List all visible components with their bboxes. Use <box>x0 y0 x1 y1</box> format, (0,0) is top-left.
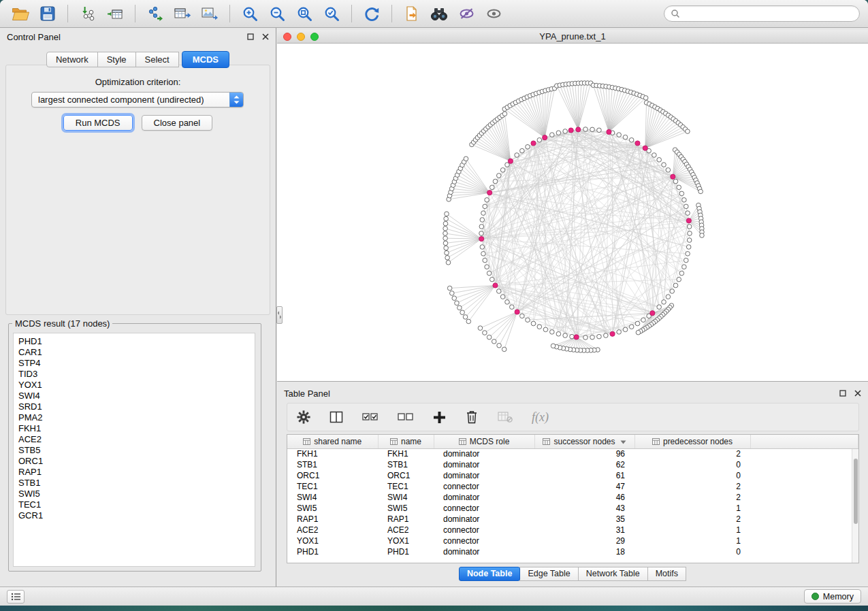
mcds-result-list[interactable]: PHD1CAR1STP4TID3YOX1SWI4SRD1PMA2FKH1ACE2… <box>13 333 255 567</box>
satellite-node[interactable] <box>502 347 507 352</box>
mcds-result-item[interactable]: GCR1 <box>18 510 250 521</box>
search-input[interactable] <box>684 9 853 19</box>
ring-node[interactable] <box>480 218 485 222</box>
ring-node[interactable] <box>496 174 501 178</box>
satellite-node[interactable] <box>463 315 468 320</box>
mcds-hub-node[interactable] <box>543 135 547 140</box>
mcds-hub-node[interactable] <box>531 141 536 146</box>
search-network-button[interactable] <box>427 3 451 24</box>
satellite-node[interactable] <box>700 233 705 238</box>
ring-node[interactable] <box>684 204 688 209</box>
ring-node[interactable] <box>617 133 622 137</box>
ring-node[interactable] <box>686 252 690 257</box>
satellite-node[interactable] <box>478 326 483 331</box>
ring-node[interactable] <box>679 191 684 196</box>
ring-node[interactable] <box>537 325 542 329</box>
zoom-fit-button[interactable] <box>292 3 317 24</box>
close-panel-icon[interactable] <box>262 33 269 40</box>
satellite-node[interactable] <box>698 189 703 194</box>
mcds-result-item[interactable]: SWI5 <box>18 489 250 499</box>
mcds-hub-node[interactable] <box>493 283 498 288</box>
satellite-node[interactable] <box>443 241 448 246</box>
ring-node[interactable] <box>682 265 687 269</box>
mcds-result-item[interactable]: YOX1 <box>18 380 250 391</box>
satellite-node[interactable] <box>643 96 648 101</box>
ring-node[interactable] <box>629 137 634 142</box>
close-panel-button[interactable]: Close panel <box>142 115 213 131</box>
ring-node[interactable] <box>623 327 628 332</box>
ring-node[interactable] <box>556 131 561 135</box>
ring-node[interactable] <box>493 179 498 184</box>
mcds-hub-node[interactable] <box>568 128 573 133</box>
ring-node[interactable] <box>537 137 542 142</box>
table-settings-button[interactable] <box>297 410 310 424</box>
satellite-node[interactable] <box>497 343 502 348</box>
delete-rows-button[interactable] <box>465 410 479 425</box>
ring-node[interactable] <box>682 198 687 203</box>
run-mcds-button[interactable]: Run MCDS <box>63 115 133 131</box>
mcds-result-item[interactable]: RAP1 <box>18 467 250 478</box>
save-session-button[interactable] <box>35 3 60 24</box>
satellite-node[interactable] <box>452 296 457 301</box>
ring-node[interactable] <box>662 163 666 167</box>
select-all-rows-button[interactable] <box>362 411 379 423</box>
mcds-result-item[interactable]: PMA2 <box>18 412 250 423</box>
satellite-node[interactable] <box>446 261 451 265</box>
ring-node[interactable] <box>520 148 525 153</box>
ring-node[interactable] <box>489 185 494 190</box>
mcds-result-item[interactable]: STB1 <box>18 478 250 489</box>
import-network-button[interactable] <box>76 3 100 24</box>
mcds-hub-node[interactable] <box>487 191 492 195</box>
table-row[interactable]: STB1STB1dominator620 <box>287 459 858 470</box>
ring-node[interactable] <box>479 225 484 229</box>
status-menu-button[interactable] <box>7 590 25 604</box>
export-image-button[interactable] <box>197 3 222 24</box>
satellite-node[interactable] <box>460 310 465 315</box>
tab-network-table[interactable]: Network Table <box>578 567 648 581</box>
ring-node[interactable] <box>617 330 622 335</box>
table-row[interactable]: TEC1TEC1connector472 <box>287 481 858 492</box>
ring-node[interactable] <box>635 321 640 326</box>
hide-details-button[interactable] <box>454 3 479 24</box>
column-header-predecessor-nodes[interactable]: predecessor nodes <box>634 435 750 448</box>
birds-eye-view-button[interactable] <box>481 3 506 24</box>
export-table-button[interactable] <box>170 3 195 24</box>
satellite-node[interactable] <box>466 319 471 324</box>
column-header-successor-nodes[interactable]: successor nodes <box>534 435 634 448</box>
mcds-result-item[interactable]: SWI4 <box>18 391 250 401</box>
ring-node[interactable] <box>673 179 678 184</box>
mcds-result-item[interactable]: FKH1 <box>18 423 250 434</box>
ring-node[interactable] <box>485 265 489 269</box>
memory-button[interactable]: Memory <box>804 589 861 604</box>
tab-select[interactable]: Select <box>135 52 179 67</box>
ring-node[interactable] <box>677 277 681 282</box>
ring-node[interactable] <box>556 331 561 336</box>
mcds-result-item[interactable]: CAR1 <box>18 347 250 358</box>
mcds-hub-node[interactable] <box>686 218 691 223</box>
node-table[interactable]: shared namenameMCDS rolesuccessor nodesp… <box>287 435 858 557</box>
ring-node[interactable] <box>662 300 666 305</box>
ring-node[interactable] <box>597 334 602 339</box>
column-header-shared-name[interactable]: shared name <box>287 435 378 448</box>
ring-node[interactable] <box>505 163 510 167</box>
ring-node[interactable] <box>483 258 487 263</box>
ring-node[interactable] <box>686 211 690 216</box>
search-box[interactable] <box>664 5 860 22</box>
ring-node[interactable] <box>526 318 530 323</box>
ring-node[interactable] <box>684 258 688 263</box>
ring-node[interactable] <box>687 225 692 229</box>
ring-node[interactable] <box>531 321 536 326</box>
mcds-hub-node[interactable] <box>515 310 519 314</box>
ring-node[interactable] <box>550 330 555 335</box>
satellite-node[interactable] <box>443 236 448 241</box>
ring-node[interactable] <box>563 333 568 338</box>
tab-network[interactable]: Network <box>46 52 98 67</box>
mcds-hub-node[interactable] <box>671 174 675 179</box>
mcds-result-item[interactable]: STB5 <box>18 445 250 456</box>
ring-node[interactable] <box>479 231 484 236</box>
mcds-hub-node[interactable] <box>576 127 581 132</box>
ring-node[interactable] <box>583 335 588 340</box>
ring-node[interactable] <box>481 211 486 216</box>
satellite-node[interactable] <box>457 306 462 310</box>
table-row[interactable]: SWI4SWI4dominator462 <box>287 492 858 503</box>
